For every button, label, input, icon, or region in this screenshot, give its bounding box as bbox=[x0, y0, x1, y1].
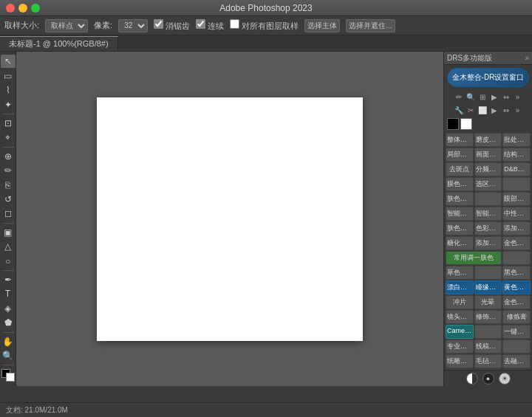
close-button[interactable] bbox=[6, 4, 15, 13]
btn-lens-effect[interactable]: 镜头效果 bbox=[446, 310, 474, 324]
tool-clone[interactable]: ⎘ bbox=[1, 178, 16, 191]
btn-halo[interactable]: 光晕 bbox=[474, 295, 502, 309]
btn-line-brushwork[interactable]: 线稿工笔画 bbox=[474, 340, 502, 354]
tool-eraser[interactable]: ◻ bbox=[1, 207, 16, 220]
btn-color-vivid[interactable]: 色彩整艳 bbox=[474, 221, 502, 235]
btn-one-key-skin[interactable]: 一键磨皮 bbox=[502, 325, 531, 339]
btn-color-sampler[interactable]: 膜色取样器 bbox=[446, 177, 474, 191]
panel-icon-tool[interactable]: 🔧 bbox=[454, 105, 464, 115]
btn-structure-sharpen[interactable]: 结构锐化 bbox=[502, 148, 531, 162]
tool-magic-wand[interactable]: ✦ bbox=[1, 97, 16, 111]
contiguous-checkbox[interactable] bbox=[196, 19, 205, 29]
btn-remove-spots[interactable]: 去斑点 bbox=[446, 162, 474, 176]
select-subject-button[interactable]: 选择主体 bbox=[304, 19, 340, 32]
panel-icon-arrow[interactable]: ▶ bbox=[489, 92, 499, 102]
tool-zoom[interactable]: 🔍 bbox=[1, 349, 16, 362]
panel-icon-next[interactable]: » bbox=[513, 105, 523, 115]
tool-healing[interactable]: ⊕ bbox=[1, 149, 16, 162]
btn-selection-tool[interactable]: 选区工具 bbox=[474, 177, 502, 191]
btn-smart-liquify[interactable]: 智能液化 bbox=[474, 207, 502, 221]
traffic-lights bbox=[6, 4, 40, 13]
btn-smart-sharpen[interactable]: 智能锐化 bbox=[446, 207, 474, 221]
tool-pen[interactable]: ✒ bbox=[1, 273, 16, 286]
btn-skin-tone[interactable]: 肤色修整 bbox=[446, 192, 474, 206]
btn-eye-retouch[interactable]: 眼部修饰 bbox=[502, 192, 531, 206]
background-swatch[interactable] bbox=[460, 118, 472, 130]
tool-selection[interactable]: ▭ bbox=[1, 69, 16, 82]
contiguous-label: 连续 bbox=[196, 19, 224, 32]
foreground-swatch[interactable] bbox=[447, 118, 459, 130]
btn-grass-red[interactable]: 草色减红 bbox=[446, 266, 474, 280]
btn-surface-smooth[interactable]: 画面平滑 bbox=[474, 148, 502, 162]
panel-icon-swap[interactable]: ⇔ bbox=[501, 92, 511, 102]
foreground-color[interactable] bbox=[1, 369, 15, 382]
btn-paper-enhance[interactable]: 纸雕增强 bbox=[446, 354, 474, 368]
btn-candy-retouch[interactable]: 糖化修饰 bbox=[446, 236, 474, 250]
btn-gold-shadow[interactable]: 金色肌影 bbox=[502, 236, 531, 250]
tool-text[interactable]: T bbox=[1, 287, 16, 300]
btn-yellow-red[interactable]: 黄色减红 bbox=[502, 280, 531, 294]
btn-whiten-teeth[interactable]: 漂白牙齿 bbox=[446, 280, 474, 294]
tool-history-brush[interactable]: ↺ bbox=[1, 193, 16, 206]
btn-add-shadow[interactable]: 添加副影 bbox=[474, 236, 502, 250]
btn-skin-process[interactable]: 磨皮处理 bbox=[474, 133, 502, 147]
tool-move[interactable]: ↖ bbox=[1, 55, 16, 68]
panel-main-button[interactable]: 金木整合-DR设置窗口 bbox=[447, 68, 529, 87]
panel-collapse-button[interactable]: » bbox=[525, 54, 529, 62]
panel-icon-scissors[interactable]: ✂ bbox=[466, 105, 476, 115]
minimize-button[interactable] bbox=[18, 4, 27, 13]
btn-skin-paste[interactable]: 修饰膏膏 bbox=[474, 310, 502, 324]
btn-black-red[interactable]: 黑色减红 bbox=[502, 266, 531, 280]
btn-skin-repair[interactable]: 肤色修复 bbox=[446, 221, 474, 235]
tool-hand[interactable]: ✋ bbox=[1, 334, 16, 348]
tool-brush[interactable]: ✏ bbox=[1, 164, 16, 177]
document-tab[interactable]: 未标题-1 @ 100%(RGB/8#) bbox=[0, 36, 118, 51]
tool-crop[interactable]: ⊡ bbox=[1, 117, 16, 130]
tool-lasso[interactable]: ⌇ bbox=[1, 83, 16, 97]
btn-gold-correct[interactable]: 金色校正 bbox=[502, 295, 531, 309]
panel-icon-expand[interactable]: » bbox=[513, 92, 523, 102]
panel-icon-grid[interactable]: ⊞ bbox=[477, 92, 488, 102]
tool-dodge[interactable]: ○ bbox=[1, 254, 16, 267]
btn-db-process[interactable]: D&B处理 bbox=[502, 162, 531, 176]
btn-punch[interactable]: 冲片 bbox=[446, 295, 474, 309]
panel-bottom-icon-sun[interactable]: ☀ bbox=[499, 373, 511, 385]
panel-icon-forward[interactable]: ▶ bbox=[489, 105, 499, 115]
btn-overall-retouch[interactable]: 整体润饰(肌 bbox=[446, 133, 474, 147]
btn-camera-raw[interactable]: Camera Raw bbox=[446, 325, 474, 339]
all-layers-checkbox[interactable] bbox=[230, 19, 239, 29]
btn-freq-sep[interactable]: 分频处理 bbox=[474, 162, 502, 176]
btn-neutral-gray[interactable]: 中性灰图层 bbox=[502, 207, 531, 221]
toolbar-divider-5 bbox=[2, 332, 14, 333]
btn-batch-params[interactable]: 批处理参数 bbox=[502, 133, 531, 147]
panel-icon-zoom[interactable]: 🔍 bbox=[466, 92, 476, 102]
maximize-button[interactable] bbox=[31, 4, 40, 13]
btn-pupil-enhance[interactable]: 瞳缘增强 bbox=[474, 280, 502, 294]
btn-refine-paste[interactable]: 修炼膏 bbox=[502, 310, 531, 324]
btn-add-red[interactable]: 添加加红 bbox=[502, 221, 531, 235]
btn-local-smooth[interactable]: 局部平滑 bbox=[446, 148, 474, 162]
tool-path-select[interactable]: ◈ bbox=[1, 302, 16, 315]
options-bar: 取样大小: 取样点 像素: 32 消锯齿 连续 对所有图层取样 选择主体 选择并… bbox=[0, 16, 532, 35]
tool-eyedropper[interactable]: ⌖ bbox=[1, 131, 16, 144]
panel-bottom-icon-dark[interactable]: ● bbox=[482, 373, 494, 385]
panel-header: DRS多功能版 » bbox=[444, 52, 532, 65]
panel-icon-arrows[interactable]: ⇔ bbox=[501, 105, 511, 115]
panel-icon-brush[interactable]: ✏ bbox=[454, 92, 464, 102]
anti-alias-checkbox[interactable] bbox=[154, 19, 163, 29]
tool-shape[interactable]: ⬟ bbox=[1, 316, 16, 329]
sample-size-select[interactable]: 取样点 bbox=[45, 19, 88, 32]
select-mask-button[interactable]: 选择并遮住... bbox=[346, 19, 395, 32]
btn-felt-texture[interactable]: 毛毡纹理 bbox=[474, 354, 502, 368]
pixel-select[interactable]: 32 bbox=[118, 19, 148, 32]
btn-placeholder2 bbox=[474, 192, 502, 206]
btn-pro-brushwork[interactable]: 专业工笔画 bbox=[446, 340, 474, 354]
btn-common-skin[interactable]: 常用调一肤色 bbox=[446, 251, 502, 265]
tab-label: 未标题-1 @ 100%(RGB/8#) bbox=[9, 38, 109, 49]
btn-defuse-process[interactable]: 去融处理 bbox=[502, 354, 531, 368]
tool-blur[interactable]: △ bbox=[1, 240, 16, 253]
panel-icon-rect[interactable]: ⬜ bbox=[477, 105, 488, 115]
doc-info: 文档: 21.0M/21.0M bbox=[6, 405, 68, 416]
panel-bottom-icon-half[interactable] bbox=[466, 373, 478, 385]
tool-gradient[interactable]: ▣ bbox=[1, 226, 16, 239]
